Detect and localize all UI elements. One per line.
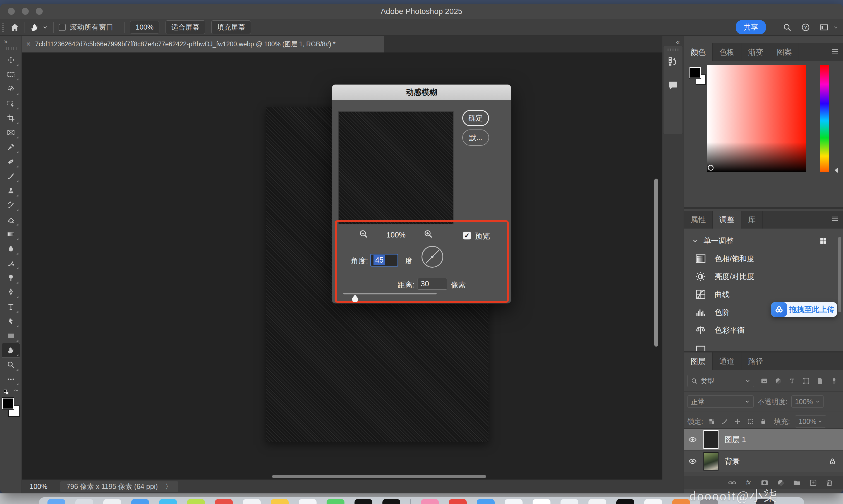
panel-menu-icon[interactable] — [831, 215, 839, 223]
crop-tool[interactable] — [2, 111, 20, 125]
swap-colors-icon[interactable] — [12, 389, 19, 395]
netdisk-upload-button[interactable]: 拖拽至此上传 — [771, 302, 837, 317]
dock-app-icon[interactable] — [103, 499, 121, 504]
clone-stamp-tool[interactable] — [2, 183, 20, 198]
layer-row-0[interactable]: 图层 1 — [684, 429, 843, 450]
adjustment-item-5[interactable] — [684, 339, 843, 353]
scroll-all-windows-checkbox[interactable] — [59, 24, 66, 31]
zoom-out-icon[interactable] — [359, 229, 368, 239]
eyedropper-tool[interactable] — [2, 140, 20, 154]
layer-name[interactable]: 背景 — [725, 456, 740, 466]
dock-app-icon[interactable] — [355, 499, 372, 504]
dock-app-icon[interactable] — [382, 499, 400, 504]
blur-tool[interactable] — [2, 241, 20, 256]
distance-slider-track[interactable] — [343, 293, 436, 294]
dock-app-icon[interactable] — [477, 499, 495, 504]
chevron-down-icon[interactable] — [42, 24, 48, 31]
status-chevron-icon[interactable]: 〉 — [165, 482, 172, 491]
dock-app-icon[interactable] — [131, 499, 149, 504]
move-tool[interactable] — [2, 53, 20, 67]
layer-row-1[interactable]: 背景 — [684, 451, 843, 472]
type-tool[interactable] — [2, 300, 20, 314]
saturation-brightness-field[interactable] — [707, 65, 806, 172]
folder-icon[interactable] — [793, 479, 801, 487]
dock-app-icon[interactable] — [327, 499, 344, 504]
dock-app-icon[interactable] — [215, 499, 233, 504]
adjustments-tab-1[interactable]: 调整 — [713, 211, 741, 229]
mask-icon[interactable] — [760, 479, 769, 487]
frame-icon[interactable] — [802, 377, 810, 385]
adjustment-item-2[interactable]: 曲线 — [684, 286, 843, 303]
layer-visibility-toggle[interactable] — [684, 429, 701, 450]
panel-menu-icon[interactable] — [831, 47, 839, 56]
adjustment-icon[interactable] — [774, 377, 782, 385]
trash-icon[interactable] — [825, 479, 833, 487]
dock-app-icon[interactable] — [560, 499, 578, 504]
collapse-panels-chevron[interactable]: « — [662, 36, 684, 46]
ok-button[interactable]: 确定 — [462, 110, 489, 126]
dock-app-icon[interactable] — [672, 499, 690, 504]
adjustments-tab-2[interactable]: 库 — [741, 211, 763, 229]
panel-scrollbar[interactable] — [838, 237, 841, 312]
brush-icon[interactable] — [721, 418, 728, 425]
layer-name[interactable]: 图层 1 — [725, 434, 746, 445]
image-icon[interactable] — [760, 377, 768, 385]
status-zoom[interactable]: 100% — [30, 483, 48, 491]
adjustment-item-4[interactable]: 色彩平衡 — [684, 321, 843, 339]
dock-app-icon[interactable] — [588, 499, 606, 504]
gradient-tool[interactable] — [2, 227, 20, 241]
more-tools[interactable] — [2, 372, 20, 386]
fill-dropdown[interactable]: 100% — [795, 415, 826, 428]
zoom-100-button[interactable]: 100% — [130, 21, 159, 34]
color-tab-2[interactable]: 渐变 — [741, 43, 770, 61]
artboard-icon[interactable] — [747, 418, 754, 425]
marquee-tool[interactable] — [2, 67, 20, 82]
color-tab-0[interactable]: 颜色 — [684, 43, 713, 61]
smudge-tool[interactable] — [2, 256, 20, 270]
dock-app-icon[interactable] — [533, 499, 551, 504]
foreground-color-swatch[interactable] — [2, 398, 14, 409]
help-icon[interactable]: ? — [801, 23, 810, 32]
dock-app-icon[interactable] — [187, 499, 205, 504]
history-panel-icon[interactable] — [667, 56, 679, 67]
layers-tab-0[interactable]: 图层 — [684, 353, 713, 370]
healing-brush-tool[interactable] — [2, 154, 20, 169]
search-icon[interactable] — [783, 23, 792, 32]
checkerboard-icon[interactable] — [708, 418, 715, 425]
single-adjustments-header[interactable]: 单一调整 — [703, 236, 734, 246]
opacity-dropdown[interactable]: 100% — [791, 395, 824, 408]
adjustment-item-0[interactable]: 色相/饱和度 — [684, 250, 843, 268]
document-tab[interactable]: × 7cbf112362642d7c5b66e7999bf7ff8c87e4c7… — [22, 36, 384, 52]
pen-tool[interactable] — [2, 285, 20, 300]
layer-visibility-toggle[interactable] — [684, 451, 701, 472]
angle-input[interactable]: 45 — [371, 254, 398, 267]
history-brush-tool[interactable] — [2, 198, 20, 212]
adjustments-tab-0[interactable]: 属性 — [684, 211, 713, 229]
home-icon[interactable] — [10, 23, 20, 32]
layer-thumbnail[interactable] — [703, 430, 718, 449]
hue-strip[interactable] — [820, 65, 829, 172]
layers-tab-2[interactable]: 路径 — [741, 353, 770, 370]
new-layer-icon[interactable] — [809, 479, 817, 487]
dock-app-icon[interactable] — [616, 499, 634, 504]
dock-app-icon[interactable] — [48, 499, 65, 504]
color-tab-1[interactable]: 色板 — [713, 43, 741, 61]
layer-thumbnail[interactable] — [703, 452, 718, 470]
move-icon[interactable] — [734, 418, 741, 425]
dock-app-icon[interactable] — [644, 499, 662, 504]
comments-panel-icon[interactable] — [667, 80, 679, 91]
default-colors-icon[interactable] — [3, 389, 10, 395]
dock-app-icon[interactable] — [505, 499, 523, 504]
hand-tool-icon[interactable] — [30, 23, 39, 32]
layers-tab-1[interactable]: 通道 — [713, 353, 741, 370]
dock-app-icon[interactable] — [159, 499, 177, 504]
dialog-title[interactable]: 动感模糊 — [332, 85, 511, 100]
layer-filter-dropdown[interactable]: 类型 — [687, 375, 754, 387]
chevron-down-icon[interactable] — [692, 237, 698, 244]
link-icon[interactable] — [728, 479, 736, 487]
status-doc-size[interactable]: 796 像素 x 1195 像素 (64 ppi) 〉 — [60, 481, 178, 492]
lock-icon[interactable] — [759, 418, 767, 425]
path-select-tool[interactable] — [2, 314, 20, 328]
eraser-tool[interactable] — [2, 212, 20, 227]
color-tab-3[interactable]: 图案 — [770, 43, 799, 61]
